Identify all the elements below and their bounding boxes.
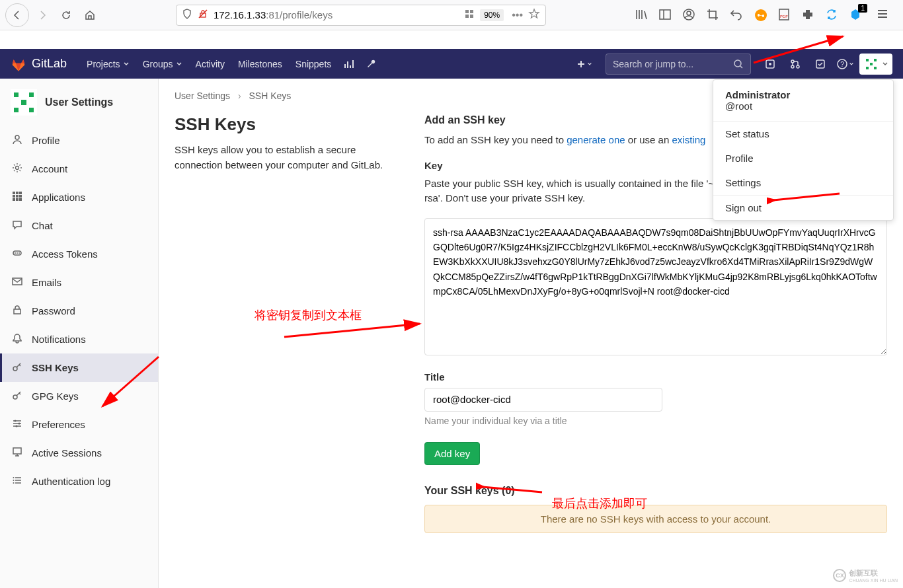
undo-icon[interactable] — [730, 8, 744, 22]
sidebar-title: User Settings — [45, 96, 113, 108]
user-icon — [12, 134, 22, 147]
search-icon — [733, 59, 744, 69]
sidebar-item-chat[interactable]: Chat — [0, 211, 158, 240]
sidebar-item-access-tokens[interactable]: Access Tokens — [0, 240, 158, 268]
sidebar-item-applications[interactable]: Applications — [0, 183, 158, 211]
svg-point-61 — [19, 423, 20, 425]
sidebar-item-gpg-keys[interactable]: GPG Keys — [0, 382, 158, 410]
svg-rect-28 — [874, 59, 877, 61]
svg-rect-36 — [14, 108, 19, 112]
nav-snippets[interactable]: Snippets — [289, 49, 338, 79]
svg-rect-53 — [13, 278, 22, 285]
shield-icon — [182, 9, 192, 22]
breadcrumb-root[interactable]: User Settings — [175, 91, 230, 101]
insecure-icon — [198, 9, 208, 22]
generate-link[interactable]: generate one — [567, 134, 625, 145]
watermark: CX 创新互联CHUANG XIN HU LIAN — [833, 568, 898, 583]
svg-rect-41 — [16, 192, 19, 194]
cog-icon — [12, 163, 22, 175]
user-menu-button[interactable] — [859, 54, 892, 75]
token-icon — [12, 248, 22, 260]
bookmark-star-icon[interactable] — [528, 8, 540, 22]
sidebar-item-active-sessions[interactable]: Active Sessions — [0, 439, 158, 467]
sidebar-item-auth-log[interactable]: Authentication log — [0, 467, 158, 496]
list-icon — [12, 475, 22, 488]
infinity-icon[interactable] — [754, 8, 768, 22]
notification-icon[interactable] — [849, 8, 863, 22]
pdf-icon[interactable]: PDF — [777, 8, 792, 22]
svg-point-51 — [17, 252, 18, 254]
key-textarea[interactable] — [424, 218, 887, 355]
sidebar-item-account[interactable]: Account — [0, 155, 158, 183]
sidebar-item-ssh-keys[interactable]: SSH Keys — [0, 353, 158, 382]
nav-groups[interactable]: Groups — [136, 49, 189, 79]
gitlab-navbar: GitLab Projects Groups Activity Mileston… — [0, 49, 903, 79]
sidebar-item-password[interactable]: Password — [0, 297, 158, 325]
svg-point-71 — [13, 482, 15, 484]
svg-point-52 — [19, 252, 20, 254]
page-description: SSH keys allow you to establish a secure… — [175, 143, 405, 172]
browser-back-button[interactable] — [5, 3, 29, 27]
breadcrumb-current: SSH Keys — [249, 91, 292, 101]
svg-rect-4 — [465, 15, 469, 18]
browser-reload-button[interactable] — [56, 5, 77, 26]
browser-home-button[interactable] — [79, 5, 100, 26]
search-input[interactable] — [613, 59, 733, 69]
account-icon[interactable] — [682, 8, 697, 22]
extension-icon[interactable] — [801, 8, 816, 22]
dropdown-user-handle: @root — [725, 100, 881, 112]
gitlab-logo[interactable]: GitLab — [11, 56, 67, 72]
svg-rect-33 — [14, 92, 19, 97]
more-actions-icon[interactable]: ••• — [512, 9, 523, 21]
svg-rect-43 — [13, 195, 15, 198]
svg-rect-48 — [19, 198, 22, 201]
nav-help-icon[interactable]: ? — [834, 54, 857, 75]
zoom-badge[interactable]: 90% — [480, 9, 504, 21]
svg-point-22 — [797, 65, 799, 68]
key-icon — [12, 390, 22, 402]
reader-mode-icon[interactable] — [464, 9, 475, 22]
page-heading: SSH Keys — [175, 114, 405, 135]
sidebar-avatar-icon — [11, 89, 37, 116]
dropdown-sign-out[interactable]: Sign out — [713, 196, 893, 220]
existing-link[interactable]: existing — [672, 134, 705, 145]
nav-activity[interactable]: Activity — [189, 49, 231, 79]
gitlab-brand-text: GitLab — [32, 57, 67, 71]
svg-rect-29 — [870, 63, 873, 65]
title-input[interactable] — [424, 388, 662, 412]
title-hint: Name your individual key via a title — [424, 416, 887, 426]
dropdown-set-status[interactable]: Set status — [713, 122, 893, 146]
svg-rect-47 — [16, 198, 19, 201]
dropdown-profile[interactable]: Profile — [713, 146, 893, 170]
apps-icon — [12, 191, 22, 203]
nav-wrench-icon[interactable] — [360, 54, 383, 75]
svg-rect-2 — [465, 10, 469, 13]
nav-todos-icon[interactable] — [809, 54, 832, 75]
sidebar-item-notifications[interactable]: Notifications — [0, 325, 158, 353]
sidebar-item-preferences[interactable]: Preferences — [0, 410, 158, 439]
browser-forward-button[interactable] — [32, 5, 53, 26]
empty-keys-banner: There are no SSH keys with access to you… — [424, 505, 887, 533]
nav-projects[interactable]: Projects — [80, 49, 136, 79]
menu-icon[interactable] — [877, 8, 891, 22]
crop-icon[interactable] — [706, 8, 721, 22]
nav-plus-button[interactable] — [571, 54, 598, 75]
nav-milestones[interactable]: Milestones — [231, 49, 289, 79]
monitor-icon — [12, 447, 22, 459]
nav-merge-icon[interactable] — [784, 54, 806, 75]
sidebar-item-profile[interactable]: Profile — [0, 126, 158, 155]
search-box[interactable] — [606, 54, 751, 75]
library-icon[interactable] — [635, 8, 649, 22]
add-key-button[interactable]: Add key — [424, 442, 480, 465]
nav-chart-icon[interactable] — [338, 54, 360, 75]
user-avatar-icon — [863, 56, 879, 72]
sync-icon[interactable] — [825, 8, 840, 22]
sidebar-icon[interactable] — [658, 8, 673, 22]
dropdown-user-name: Administrator — [725, 89, 881, 100]
sliders-icon — [12, 418, 22, 431]
bell-icon — [12, 333, 22, 346]
url-bar[interactable]: 172.16.1.33:81/profile/keys 90% ••• — [176, 5, 546, 26]
sidebar-item-emails[interactable]: Emails — [0, 268, 158, 297]
nav-issues-icon[interactable] — [759, 54, 781, 75]
dropdown-settings[interactable]: Settings — [713, 170, 893, 195]
